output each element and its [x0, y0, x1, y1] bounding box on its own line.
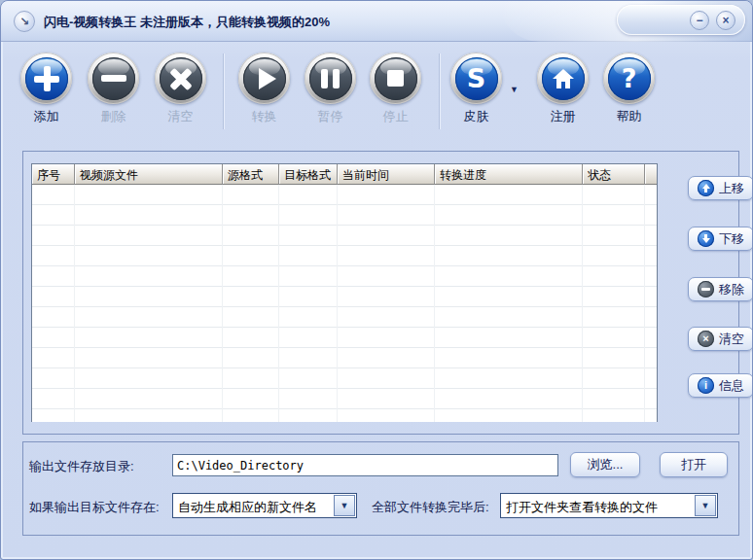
help-button[interactable]: ? 帮助	[603, 52, 655, 125]
column-header-source-file[interactable]: 视频源文件	[75, 164, 223, 185]
titlebar: ↘ 闪电-视频转换王 未注册版本，只能转换视频的20% − ×	[1, 1, 752, 42]
close-icon: ×	[722, 15, 729, 26]
column-header-index[interactable]: 序号	[32, 164, 75, 185]
pause-button-label: 暂停	[305, 108, 356, 125]
cross-icon	[168, 66, 194, 91]
window-title: 闪电-视频转换王 未注册版本，只能转换视频的20%	[44, 14, 330, 31]
info-button[interactable]: i 信息	[688, 373, 753, 398]
app-icon[interactable]: ↘	[14, 11, 35, 32]
info-icon: i	[698, 377, 714, 394]
column-header-stub	[645, 164, 657, 185]
close-button[interactable]: ×	[716, 11, 735, 30]
add-button-label: 添加	[20, 108, 72, 125]
play-icon	[259, 68, 276, 89]
remove-button[interactable]: 移除	[688, 277, 753, 301]
clear-button-label: 清空	[155, 108, 206, 125]
info-label: 信息	[719, 377, 744, 395]
arrow-down-icon	[698, 230, 714, 247]
stop-button: 停止	[370, 52, 421, 125]
after-done-label: 全部文件转换完毕后:	[372, 499, 489, 516]
minimize-button[interactable]: −	[690, 11, 709, 30]
pause-icon	[321, 69, 340, 88]
delete-button-label: 删除	[88, 108, 139, 125]
window-controls: − ×	[617, 5, 745, 35]
minimize-icon: −	[696, 15, 702, 26]
plus-icon	[34, 66, 59, 91]
move-down-button[interactable]: 下移	[688, 227, 753, 251]
remove-label: 移除	[719, 281, 744, 298]
arrow-up-icon	[698, 180, 714, 196]
app-arrow-icon: ↘	[19, 15, 29, 28]
browse-button[interactable]: 浏览...	[570, 452, 640, 477]
letter-s-icon: S	[467, 65, 485, 91]
question-icon: ?	[622, 65, 637, 91]
skin-button[interactable]: S 皮肤	[450, 52, 502, 125]
table-header: 序号 视频源文件 源格式 目标格式 当前时间 转换进度 状态	[32, 164, 657, 185]
exists-option-value: 自动生成相应的新文件名	[173, 494, 333, 517]
output-dir-input[interactable]	[172, 454, 558, 476]
app-window: ↘ 闪电-视频转换王 未注册版本，只能转换视频的20% − × 添加 删除 清空…	[0, 0, 753, 560]
move-up-button[interactable]: 上移	[688, 176, 753, 200]
register-button[interactable]: 注册	[537, 52, 589, 125]
file-list-table[interactable]: 序号 视频源文件 源格式 目标格式 当前时间 转换进度 状态	[31, 163, 658, 422]
output-dir-label: 输出文件存放目录:	[29, 458, 134, 475]
output-settings-panel: 输出文件存放目录: 浏览... 打开 如果输出目标文件存在: 自动生成相应的新文…	[22, 441, 739, 536]
move-up-label: 上移	[719, 180, 744, 197]
cross-icon: ×	[698, 331, 714, 347]
column-header-target-format[interactable]: 目标格式	[279, 164, 338, 185]
after-done-select[interactable]: 打开文件夹查看转换的文件 ▼	[500, 493, 718, 518]
home-icon	[552, 68, 575, 89]
convert-button-label: 转换	[238, 108, 290, 125]
pause-button: 暂停	[305, 52, 356, 125]
move-down-label: 下移	[719, 230, 744, 248]
delete-button: 删除	[88, 52, 139, 125]
register-button-label: 注册	[537, 108, 589, 125]
skin-caret-down-icon[interactable]: ▼	[510, 85, 519, 94]
table-body-empty[interactable]	[32, 185, 657, 422]
caret-down-icon[interactable]: ▼	[334, 495, 355, 516]
clear-list-label: 清空	[719, 331, 744, 348]
exists-option-select[interactable]: 自动生成相应的新文件名 ▼	[172, 493, 357, 518]
toolbar-separator	[439, 53, 440, 129]
skin-button-label: 皮肤	[450, 108, 502, 125]
add-button[interactable]: 添加	[20, 52, 72, 125]
help-button-label: 帮助	[603, 108, 655, 125]
toolbar: 添加 删除 清空 转换 暂停 停止 S 皮肤 ▼	[1, 42, 752, 151]
stop-button-label: 停止	[370, 108, 421, 125]
column-header-current-time[interactable]: 当前时间	[338, 164, 435, 185]
column-header-status[interactable]: 状态	[583, 164, 645, 185]
open-button[interactable]: 打开	[660, 452, 728, 477]
clear-list-button[interactable]: × 清空	[688, 327, 753, 351]
toolbar-separator	[223, 53, 224, 129]
file-list-panel: 序号 视频源文件 源格式 目标格式 当前时间 转换进度 状态 上移	[22, 151, 739, 435]
minus-icon	[698, 281, 714, 298]
exists-option-label: 如果输出目标文件存在:	[29, 499, 160, 516]
clear-button: 清空	[155, 52, 206, 125]
column-header-progress[interactable]: 转换进度	[435, 164, 583, 185]
convert-button: 转换	[238, 52, 290, 125]
stop-icon	[387, 70, 404, 87]
caret-down-icon[interactable]: ▼	[695, 495, 716, 516]
column-header-source-format[interactable]: 源格式	[223, 164, 279, 185]
minus-icon	[101, 75, 126, 82]
after-done-value: 打开文件夹查看转换的文件	[501, 494, 694, 517]
